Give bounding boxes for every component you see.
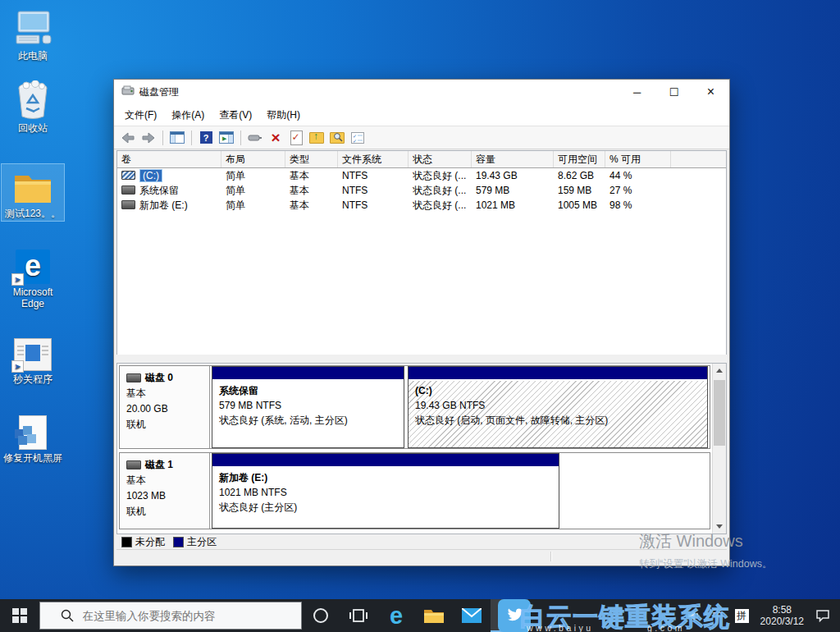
- speaker-icon: [687, 610, 701, 621]
- folder-up-icon[interactable]: ↑: [308, 129, 326, 147]
- drive-icon[interactable]: [246, 129, 264, 147]
- column-header-type[interactable]: 类型: [285, 151, 338, 167]
- disk-1-partitions: 新加卷 (E:) 1021 MB NTFS 状态良好 (主分区): [211, 453, 710, 529]
- taskbar-explorer-button[interactable]: [415, 599, 453, 632]
- pane-splitter[interactable]: [114, 355, 729, 363]
- cell-type: 基本: [285, 183, 338, 198]
- ime-language-indicator[interactable]: 中: [707, 599, 729, 632]
- start-button[interactable]: [0, 599, 39, 632]
- column-header-capacity[interactable]: 容量: [472, 151, 554, 167]
- desktop-icon-quick-close[interactable]: ➤ 秒关程序: [2, 330, 64, 387]
- scroll-up-icon[interactable]: [713, 364, 726, 378]
- column-header-volume[interactable]: 卷: [117, 151, 221, 167]
- desktop-icon-test-folder[interactable]: 测试123。。: [2, 164, 64, 221]
- volume-name: 系统保留: [139, 185, 179, 196]
- partition-status: 状态良好 (系统, 活动, 主分区): [219, 413, 404, 428]
- volume-icon: [121, 171, 135, 180]
- desktop-icon-edge[interactable]: e ➤ Microsoft Edge: [2, 243, 64, 311]
- scroll-down-icon[interactable]: [713, 520, 726, 534]
- menu-view[interactable]: 查看(V): [212, 105, 259, 126]
- cortana-button[interactable]: [302, 599, 340, 632]
- check-document-icon[interactable]: ✓: [287, 129, 305, 147]
- search-input[interactable]: [81, 609, 290, 623]
- taskbar-edge-button[interactable]: e: [377, 599, 415, 632]
- menu-action[interactable]: 操作(A): [164, 105, 212, 126]
- cell-type: 基本: [285, 198, 338, 213]
- table-row-volume-c[interactable]: (C:) 简单 基本 NTFS 状态良好 (... 19.43 GB 8.62 …: [117, 168, 726, 183]
- volume-name: 新加卷 (E:): [139, 199, 188, 211]
- disk-icon: [126, 373, 141, 382]
- delete-volume-icon[interactable]: ×: [267, 129, 285, 147]
- column-header-pct-free[interactable]: % 可用: [605, 151, 671, 167]
- cell-pct-free: 27 %: [605, 183, 671, 198]
- desktop-icon-label: 回收站: [2, 122, 64, 134]
- desktop-icon-this-pc[interactable]: 此电脑: [2, 7, 64, 63]
- cell-layout: 简单: [221, 198, 285, 213]
- mail-icon: [462, 608, 482, 623]
- disk-state: 联机: [126, 504, 209, 520]
- taskbar-search[interactable]: [39, 602, 302, 630]
- partition-info: 579 MB NTFS: [219, 398, 404, 413]
- window-title: 磁盘管理: [139, 85, 179, 99]
- desktop-icon-label: 此电脑: [2, 50, 64, 62]
- table-row-volume-e[interactable]: 新加卷 (E:) 简单 基本 NTFS 状态良好 (... 1021 MB 10…: [117, 198, 726, 213]
- cell-filesystem: NTFS: [338, 198, 409, 213]
- cell-type: 基本: [285, 168, 338, 183]
- partition-system-reserved[interactable]: 系统保留 579 MB NTFS 状态良好 (系统, 活动, 主分区): [212, 366, 404, 448]
- taskbar-disk-management-button[interactable]: [491, 599, 528, 632]
- volume-button[interactable]: [682, 599, 707, 632]
- partition-e[interactable]: 新加卷 (E:) 1021 MB NTFS 状态良好 (主分区): [212, 453, 559, 529]
- forward-icon[interactable]: [139, 129, 158, 147]
- partition-name: 新加卷 (E:): [219, 470, 559, 485]
- status-bar: [116, 549, 727, 563]
- help-icon[interactable]: ?: [197, 129, 215, 147]
- disk-0-row: 磁盘 0 基本 20.00 GB 联机 系统保留 579 MB NTFS 状态良…: [119, 365, 710, 449]
- task-view-button[interactable]: [340, 599, 377, 632]
- disk-management-app-icon: [121, 85, 135, 99]
- volume-icon: [121, 200, 135, 209]
- edge-icon: e: [390, 601, 403, 630]
- taskbar-mail-button[interactable]: [453, 599, 491, 632]
- action-center-icon: [815, 609, 830, 622]
- ime-mode-indicator[interactable]: 拼: [729, 599, 755, 632]
- folder-search-icon[interactable]: [328, 129, 346, 147]
- minimize-button[interactable]: ─: [619, 80, 655, 104]
- column-header-layout[interactable]: 布局: [221, 151, 285, 167]
- cell-free: 1005 MB: [554, 198, 605, 213]
- taskbar: e: [0, 599, 840, 632]
- disk-1-label-panel[interactable]: 磁盘 1 基本 1023 MB 联机: [120, 453, 210, 529]
- desktop-icon-recycle-bin[interactable]: 回收站: [2, 79, 64, 135]
- console-tree-icon[interactable]: [168, 129, 186, 147]
- table-row-volume-system-reserved[interactable]: 系统保留 简单 基本 NTFS 状态良好 (... 579 MB 159 MB …: [117, 183, 726, 198]
- column-header-free[interactable]: 可用空间: [554, 151, 605, 167]
- desktop-icon-label: 秒关程序: [2, 373, 64, 385]
- desktop-icon-fix-blackscreen[interactable]: 修复开机黑屏: [2, 409, 64, 465]
- menu-file[interactable]: 文件(F): [117, 105, 164, 126]
- back-icon[interactable]: [119, 129, 137, 147]
- close-icon: ×: [707, 85, 714, 99]
- action-center-button[interactable]: [810, 599, 840, 632]
- column-header-filesystem[interactable]: 文件系统: [338, 151, 409, 167]
- action-pane-icon[interactable]: ▶: [217, 129, 235, 147]
- app-window-icon: ➤: [2, 332, 64, 371]
- cell-layout: 简单: [221, 168, 285, 183]
- toolbar-separator: [191, 131, 192, 145]
- title-bar[interactable]: 磁盘管理 ─ ☐ ×: [114, 80, 729, 104]
- taskbar-clock[interactable]: 8:58 2020/3/12: [755, 599, 810, 632]
- recycle-bin-icon: [2, 80, 64, 120]
- maximize-button[interactable]: ☐: [655, 80, 692, 104]
- task-list-icon[interactable]: ✓✓: [349, 129, 367, 147]
- disk-0-label-panel[interactable]: 磁盘 0 基本 20.00 GB 联机: [120, 366, 210, 448]
- partition-c[interactable]: (C:) 19.43 GB NTFS 状态良好 (启动, 页面文件, 故障转储,…: [408, 366, 708, 448]
- menu-help[interactable]: 帮助(H): [259, 105, 308, 126]
- toolbar: ? ▶ × ✓ ↑ ✓✓: [114, 126, 729, 149]
- close-button[interactable]: ×: [692, 80, 729, 104]
- windows-logo-icon: [12, 608, 27, 623]
- legend-primary-label: 主分区: [187, 535, 217, 549]
- column-header-status[interactable]: 状态: [409, 151, 472, 167]
- vertical-scrollbar[interactable]: [712, 364, 726, 534]
- disk-size: 20.00 GB: [126, 401, 209, 417]
- scrollbar-thumb[interactable]: [714, 380, 725, 446]
- partition-color-band: [212, 367, 404, 381]
- cell-capacity: 579 MB: [472, 183, 554, 198]
